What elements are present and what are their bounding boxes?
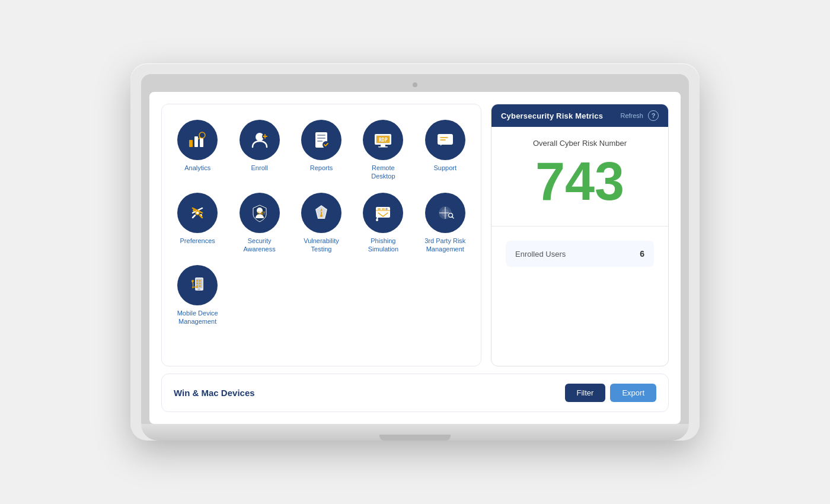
header-actions: Refresh ?	[620, 110, 659, 121]
button-group: Filter Export	[565, 384, 656, 402]
enrolled-wrapper: Enrolled Users 6	[491, 227, 668, 281]
enrolled-section: Enrolled Users 6	[506, 241, 654, 267]
nav-item-3rd-party-risk[interactable]: 3rd Party Risk Management	[416, 189, 475, 257]
svg-text:SAT: SAT	[257, 211, 266, 215]
svg-line-49	[452, 216, 454, 218]
metrics-panel: Cybersecurity Risk Metrics Refresh ? Ove…	[491, 104, 669, 366]
overall-risk-label: Overall Cyber Risk Number	[501, 139, 659, 148]
support-label: Support	[434, 164, 457, 172]
svg-rect-38	[378, 208, 381, 210]
navigation-panel: Analytics	[161, 104, 481, 366]
svg-line-29	[193, 215, 195, 218]
svg-rect-57	[199, 283, 201, 285]
risk-metrics-card: Cybersecurity Risk Metrics Refresh ? Ove…	[491, 104, 669, 366]
help-button[interactable]: ?	[648, 110, 659, 121]
top-row: Analytics	[161, 104, 669, 366]
enroll-icon	[249, 129, 270, 151]
svg-point-53	[191, 280, 194, 282]
vulnerability-testing-icon-circle	[301, 193, 341, 233]
mobile-device-icon	[187, 275, 208, 296]
enrolled-count: 6	[640, 249, 644, 259]
enroll-icon-circle	[240, 120, 280, 160]
preferences-label: Preferences	[180, 237, 215, 245]
mobile-device-icon-circle	[177, 265, 218, 305]
risk-number-section: Overall Cyber Risk Number 743	[491, 127, 668, 227]
nav-item-enroll[interactable]: Enroll	[229, 116, 289, 176]
nav-item-preferences[interactable]: Preferences	[168, 189, 227, 248]
svg-point-40	[385, 208, 388, 210]
bottom-panel: Win & Mac Devices Filter Export	[161, 374, 669, 412]
nav-item-mobile-device[interactable]: Mobile Device Management	[168, 261, 227, 330]
reports-label: Reports	[310, 164, 333, 172]
third-party-risk-label: 3rd Party Risk Management	[424, 237, 465, 254]
svg-rect-12	[317, 141, 323, 142]
nav-item-remote-desktop[interactable]: RDP Remote Desktop	[353, 116, 413, 184]
svg-rect-52	[197, 289, 200, 290]
preferences-icon	[187, 202, 208, 224]
main-content: Analytics	[161, 104, 669, 412]
nav-item-security-awareness[interactable]: SAT Security Awareness	[229, 189, 289, 257]
svg-rect-56	[196, 283, 198, 285]
devices-title: Win & Mac Devices	[174, 388, 255, 398]
risk-metrics-header: Cybersecurity Risk Metrics Refresh ?	[491, 104, 668, 127]
svg-rect-1	[194, 136, 198, 147]
laptop-container: Analytics	[130, 63, 700, 441]
nav-item-phishing-simulation[interactable]: Phishing Simulation	[353, 189, 413, 257]
nav-item-support[interactable]: Support	[416, 116, 475, 176]
camera-notch	[413, 82, 417, 87]
nav-item-reports[interactable]: Reports	[292, 116, 351, 176]
nav-item-vulnerability-testing[interactable]: Vulnerability Testing	[292, 189, 351, 257]
svg-rect-55	[199, 280, 201, 282]
remote-desktop-icon: RDP	[372, 129, 394, 151]
support-icon-circle	[425, 120, 465, 160]
svg-rect-17	[378, 146, 388, 148]
remote-desktop-icon-circle: RDP	[363, 120, 403, 160]
security-awareness-icon-circle: SAT	[240, 193, 280, 233]
support-icon	[435, 129, 456, 151]
svg-rect-39	[382, 208, 385, 210]
svg-rect-20	[438, 134, 453, 145]
enrolled-label: Enrolled Users	[515, 250, 566, 259]
svg-text:RDP: RDP	[379, 138, 388, 143]
svg-rect-16	[381, 145, 385, 146]
vulnerability-testing-label: Vulnerability Testing	[304, 237, 339, 254]
svg-rect-10	[317, 135, 325, 136]
remote-desktop-label: Remote Desktop	[371, 164, 395, 181]
security-awareness-icon: SAT	[249, 202, 270, 224]
laptop-screen: Analytics	[149, 92, 681, 424]
export-button[interactable]: Export	[610, 384, 656, 402]
nav-item-analytics[interactable]: Analytics	[168, 116, 227, 176]
phishing-simulation-icon-circle	[363, 193, 403, 233]
refresh-button[interactable]: Refresh	[620, 112, 643, 119]
svg-rect-54	[196, 280, 198, 282]
risk-number: 743	[501, 155, 659, 208]
third-party-icon	[435, 202, 456, 224]
icon-grid: Analytics	[168, 116, 475, 330]
reports-icon-circle	[301, 120, 341, 160]
reports-icon	[311, 129, 332, 151]
screen-bezel: Analytics	[141, 74, 689, 424]
analytics-icon-circle	[177, 120, 218, 160]
phishing-simulation-icon	[372, 202, 394, 224]
svg-point-26	[196, 211, 199, 215]
phishing-simulation-label: Phishing Simulation	[368, 237, 398, 254]
svg-point-27	[193, 209, 195, 212]
svg-rect-11	[317, 138, 325, 139]
mobile-device-label: Mobile Device Management	[177, 309, 218, 326]
filter-button[interactable]: Filter	[565, 384, 606, 402]
svg-rect-58	[196, 285, 198, 287]
preferences-icon-circle	[177, 193, 218, 233]
analytics-label: Analytics	[184, 164, 210, 172]
risk-metrics-title: Cybersecurity Risk Metrics	[501, 111, 603, 120]
svg-point-42	[376, 219, 378, 221]
security-awareness-label: Security Awareness	[243, 237, 275, 254]
analytics-icon	[187, 129, 208, 151]
vulnerability-testing-icon	[311, 202, 332, 224]
enroll-label: Enroll	[251, 164, 268, 172]
third-party-icon-circle	[425, 193, 465, 233]
svg-rect-59	[199, 285, 201, 287]
svg-rect-0	[189, 140, 193, 147]
laptop-base	[141, 424, 689, 441]
